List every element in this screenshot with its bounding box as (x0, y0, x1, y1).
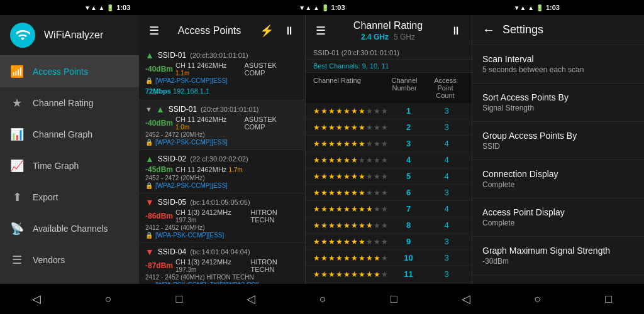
star-icon: ★ (343, 254, 350, 263)
settings-item-ap-display[interactable]: Access Point Display Complete (472, 198, 644, 237)
nav-back-button-mid[interactable]: ◁ (236, 287, 265, 311)
settings-item-group-ap[interactable]: Group Access Points By SSID (472, 122, 644, 160)
star-icon: ★ (351, 188, 358, 197)
star-icon: ★ (328, 172, 335, 181)
cr-star-rating: ★★★★★★★★★★ (313, 270, 388, 279)
star-icon: ★ (381, 123, 388, 132)
list-item[interactable]: ▲ SSID-01 (20:cf:30:01:01:01) -40dBm CH … (139, 46, 305, 100)
ap-security: [WPA2-PSK-CCMP][ESS] (155, 182, 228, 189)
sidebar-item-available-channels[interactable]: 📡 Available Channels (0, 213, 139, 244)
nav-home-button[interactable]: ○ (95, 288, 122, 311)
ap-menu-icon[interactable]: ☰ (147, 21, 162, 40)
star-icon: ★ (381, 221, 388, 230)
star-icon: ★ (366, 221, 373, 230)
nav-back-button-right[interactable]: ◁ (452, 287, 480, 311)
graph-max-title: Graph Maximum Signal Strength (482, 246, 634, 256)
settings-item-scan-interval[interactable]: Scan Interval 5 seconds between each sca… (472, 45, 644, 84)
star-icon: ★ (374, 107, 380, 116)
table-row[interactable]: ★★★★★★★★★★63 (306, 185, 472, 201)
status-icons-left: ▼▲ ▲ 🔋 (84, 4, 114, 11)
star-icon: ★ (343, 139, 350, 148)
cr-freq-5[interactable]: 5 GHz (394, 33, 415, 41)
star-icon: ★ (343, 107, 350, 116)
star-icon: ★ (313, 123, 320, 132)
table-row[interactable]: ★★★★★★★★★★74 (306, 201, 472, 217)
star-icon: ★ (343, 188, 350, 197)
star-icon: ★ (328, 254, 335, 263)
ap-filter-icon[interactable]: ⚡ (257, 21, 276, 40)
table-row[interactable]: ★★★★★★★★★★13 (306, 103, 472, 119)
star-icon: ★ (328, 205, 335, 214)
star-icon: ★ (343, 172, 350, 181)
time-left: 1:03 (116, 4, 130, 11)
list-item[interactable]: ▲ SSID-02 (22:cf:30:02:02:02) -45dBm CH … (139, 150, 305, 193)
nav-home-button-right[interactable]: ○ (524, 288, 551, 311)
star-icon: ★ (343, 205, 350, 214)
nav-recents-button-right[interactable]: □ (595, 288, 622, 311)
star-icon: ★ (358, 237, 365, 246)
cr-star-rating: ★★★★★★★★★★ (313, 139, 388, 148)
sidebar-label-channel-graph: Channel Graph (33, 129, 92, 139)
sidebar-item-channel-graph[interactable]: 📊 Channel Graph (0, 119, 139, 150)
list-item[interactable]: ▼ SSID-04 (bc:14:01:04:04:04) -87dBm CH … (139, 243, 305, 284)
nav-home-button-mid[interactable]: ○ (309, 288, 336, 311)
settings-back-button[interactable]: ← (482, 23, 495, 37)
cr-freq-24[interactable]: 2.4 GHz (361, 33, 389, 41)
list-item[interactable]: ▼ ▲ SSID-01 (20:cf:30:01:01:01) -40dBm C… (139, 100, 305, 150)
settings-content: Scan Interval 5 seconds between each sca… (472, 45, 644, 284)
table-row[interactable]: ★★★★★★★★★★113 (306, 266, 472, 283)
ap-panel-title: Access Points (167, 25, 252, 36)
sidebar-item-vendors[interactable]: ☰ Vendors (0, 244, 139, 276)
nav-back-button[interactable]: ◁ (22, 287, 51, 311)
ap-details: CH 11 2462MHz 1.7m (175, 166, 243, 173)
sidebar-item-channel-rating[interactable]: ★ Channel Rating (0, 87, 139, 119)
ap-details: CH 11 2462MHz 1.1m (175, 62, 242, 77)
table-row[interactable]: ★★★★★★★★★★34 (306, 136, 472, 152)
sidebar-item-settings[interactable]: ⚙ Settings (0, 276, 139, 284)
settings-item-connection-display[interactable]: Connection Display Complete (472, 160, 644, 198)
cr-ap-count: 4 (429, 139, 464, 148)
star-icon: ★ (313, 172, 320, 181)
sidebar-item-export[interactable]: ⬆ Export (0, 181, 139, 213)
table-row[interactable]: ★★★★★★★★★★54 (306, 168, 472, 185)
table-row[interactable]: ★★★★★★★★★★103 (306, 250, 472, 266)
star-icon: ★ (313, 205, 320, 214)
group-ap-sub: SSID (482, 142, 634, 151)
cr-menu-icon[interactable]: ☰ (313, 21, 328, 40)
star-icon: ★ (358, 270, 365, 279)
star-icon: ★ (336, 221, 343, 230)
main-content: WiFiAnalyzer 📶 Access Points ★ Channel R… (0, 15, 644, 284)
star-icon: ★ (313, 107, 320, 116)
star-icon: ★ (374, 123, 380, 132)
cr-th-channel: ChannelNumber (382, 77, 426, 99)
ap-display-sub: Complete (482, 219, 634, 227)
table-row[interactable]: ★★★★★★★★★★23 (306, 119, 472, 136)
nav-recents-button-mid[interactable]: □ (380, 288, 408, 311)
star-icon: ★ (358, 221, 365, 230)
sidebar-label-access-points: Access Points (33, 67, 88, 77)
sidebar-label-time-graph: Time Graph (33, 161, 79, 171)
scan-interval-sub: 5 seconds between each scan (482, 65, 634, 74)
settings-item-graph-max[interactable]: Graph Maximum Signal Strength -30dBm (472, 237, 644, 275)
star-icon: ★ (351, 221, 358, 230)
cr-channel-number: 9 (388, 237, 429, 246)
cr-th-count: AccessPointCount (426, 77, 464, 99)
nav-recents-button[interactable]: □ (166, 288, 193, 311)
ap-details: CH 1(3) 2412MHz 197.3m (175, 208, 248, 224)
table-row[interactable]: ★★★★★★★★★★44 (306, 152, 472, 168)
wifi-signal-icon: ▼ (145, 197, 154, 207)
cr-pause-icon[interactable]: ⏸ (448, 22, 464, 40)
table-row[interactable]: ★★★★★★★★★★93 (306, 234, 472, 250)
cr-freq-selector: 2.4 GHz 5 GHz (328, 33, 448, 41)
cr-panel-header: ☰ Channel Rating 2.4 GHz 5 GHz ⏸ (306, 15, 472, 46)
list-item[interactable]: ▼ SSID-05 (bc:14:01:05:05:05) -86dBm CH … (139, 193, 305, 243)
cr-ssid-display: SSID-01 (20:cf:30:01:01:01) (313, 49, 464, 57)
table-row[interactable]: ★★★★★★★★★★84 (306, 217, 472, 234)
ap-pause-icon[interactable]: ⏸ (281, 22, 297, 40)
cr-channel-number: 11 (388, 269, 429, 279)
sidebar-item-access-points[interactable]: 📶 Access Points (0, 56, 139, 87)
settings-item-legend-display[interactable]: Channel Graph Legend Display Hide (472, 275, 644, 284)
sidebar-item-time-graph[interactable]: 📈 Time Graph (0, 150, 139, 181)
star-icon: ★ (336, 205, 343, 214)
settings-item-sort-ap[interactable]: Sort Access Points By Signal Strength (472, 84, 644, 122)
